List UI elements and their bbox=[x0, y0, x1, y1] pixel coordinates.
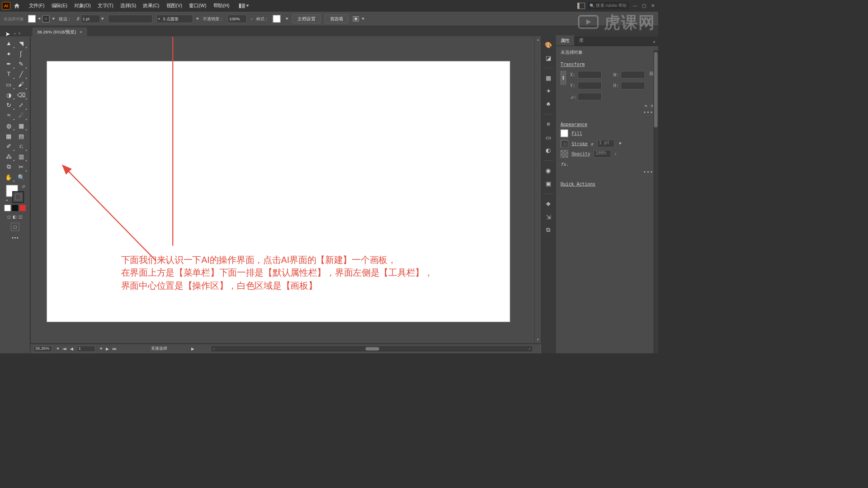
rotate-tool[interactable]: ↻ bbox=[3, 100, 15, 110]
default-fill-stroke-icon[interactable]: ▫▪ bbox=[5, 198, 8, 202]
scroll-up-icon[interactable]: ▴ bbox=[536, 38, 540, 42]
zoom-level[interactable]: 36.26% bbox=[33, 346, 52, 352]
appearance-fill-swatch[interactable] bbox=[561, 130, 568, 137]
screen-mode-button[interactable]: ▢ bbox=[11, 223, 19, 231]
menu-view[interactable]: 视图(V) bbox=[163, 0, 186, 11]
menu-type[interactable]: 文字(T) bbox=[94, 0, 117, 11]
tf-h-input[interactable] bbox=[621, 82, 645, 89]
edit-toolbar-button[interactable] bbox=[12, 237, 18, 239]
appearance-more-icon[interactable]: ••• bbox=[643, 169, 653, 174]
type-tool[interactable]: T bbox=[3, 69, 15, 80]
last-artboard-icon[interactable]: ⏭ bbox=[113, 346, 117, 351]
lasso-tool[interactable]: ʃ bbox=[15, 49, 27, 59]
scroll-down-icon[interactable]: ▾ bbox=[536, 338, 540, 343]
selection-tool[interactable]: ▲ bbox=[3, 38, 15, 49]
magic-wand-tool[interactable]: ✦ bbox=[3, 49, 15, 59]
swatches-panel-icon[interactable]: ▦ bbox=[544, 75, 553, 82]
brush-definition[interactable]: •3 点圆形 bbox=[157, 15, 193, 23]
close-tab-icon[interactable]: × bbox=[80, 29, 82, 34]
transform-more-icon[interactable]: ••• bbox=[643, 110, 653, 115]
document-setup-button[interactable]: 文档设置 bbox=[292, 14, 321, 23]
fill-swatch[interactable] bbox=[28, 15, 36, 23]
free-transform-tool[interactable]: ☄ bbox=[15, 110, 27, 121]
viewport[interactable]: 下面我们来认识一下AI的操作界面，点击AI界面的【新建】一个画板， 在界面上方是… bbox=[30, 36, 541, 343]
arrange-documents-icon[interactable] bbox=[577, 3, 585, 9]
scale-tool[interactable]: ⤢ bbox=[15, 100, 27, 110]
pen-tool[interactable]: ✒ bbox=[3, 59, 15, 69]
search-help[interactable]: 🔍 搜索 Adobe 帮助 bbox=[587, 2, 628, 9]
appearance-stroke-value[interactable]: 1 pt bbox=[597, 140, 614, 147]
shape-builder-tool[interactable]: ◍ bbox=[3, 121, 15, 131]
draw-inside-icon[interactable]: ◫ bbox=[19, 215, 22, 220]
maximize-button[interactable]: ▢ bbox=[641, 3, 647, 8]
appearance-fx-label[interactable]: fx. bbox=[561, 162, 569, 167]
status-play-icon[interactable]: ▶ bbox=[191, 346, 194, 351]
stroke-weight-input[interactable]: 1 pt bbox=[81, 15, 100, 23]
zoom-tool[interactable]: 🔍 bbox=[15, 172, 27, 183]
graphic-styles-panel-icon[interactable]: ▣ bbox=[544, 180, 553, 188]
tab-libraries[interactable]: 库 bbox=[574, 35, 588, 46]
line-tool[interactable]: ╱ bbox=[15, 69, 27, 80]
symbol-sprayer-tool[interactable]: ⁂ bbox=[3, 151, 15, 162]
hand-tool[interactable]: ✋ bbox=[3, 172, 15, 183]
draw-normal-icon[interactable]: ◻ bbox=[7, 215, 11, 220]
paintbrush-tool[interactable]: 🖌 bbox=[15, 80, 27, 90]
dock-collapse-icon[interactable]: « bbox=[14, 32, 16, 36]
draw-behind-icon[interactable]: ◧ bbox=[13, 215, 16, 220]
width-tool[interactable]: ≈ bbox=[3, 110, 15, 121]
first-artboard-icon[interactable]: ⏮ bbox=[63, 346, 67, 351]
panel-collapse-icon[interactable]: » bbox=[650, 38, 658, 45]
appearance-panel-icon[interactable]: ◉ bbox=[544, 167, 553, 174]
vertical-scrollbar[interactable]: ▴ ▾ bbox=[534, 37, 541, 343]
prev-artboard-icon[interactable]: ◀ bbox=[70, 346, 73, 351]
reference-point[interactable] bbox=[561, 71, 566, 84]
opacity-input[interactable]: 100% bbox=[228, 15, 247, 23]
appearance-stroke-swatch[interactable] bbox=[561, 140, 568, 147]
artboards-panel-icon[interactable]: ⧉ bbox=[544, 226, 553, 234]
color-panel-icon[interactable]: 🎨 bbox=[544, 41, 553, 49]
gradient-panel-icon[interactable]: ▭ bbox=[544, 134, 553, 141]
color-mode-swatches[interactable] bbox=[4, 205, 25, 211]
workspace-switcher[interactable] bbox=[239, 3, 249, 8]
eyedropper-tool[interactable]: ✐ bbox=[3, 141, 15, 151]
eraser-tool[interactable]: ⌫ bbox=[15, 90, 27, 100]
blend-tool[interactable]: ⎌ bbox=[15, 141, 27, 151]
fill-stroke-control[interactable]: ↺ ▫▪ bbox=[5, 184, 25, 202]
menu-edit[interactable]: 编辑(E) bbox=[48, 0, 71, 11]
brushes-panel-icon[interactable]: ✶ bbox=[544, 87, 553, 95]
shaper-tool[interactable]: ◑ bbox=[3, 90, 15, 100]
color-guide-panel-icon[interactable]: ◪ bbox=[544, 54, 553, 62]
rectangle-tool[interactable]: ▭ bbox=[3, 80, 15, 90]
appearance-opacity-swatch[interactable] bbox=[561, 150, 568, 158]
home-button[interactable] bbox=[12, 1, 21, 10]
document-tab[interactable]: 36.26% (RGB/预览) × bbox=[32, 28, 87, 37]
appearance-opacity-value[interactable]: 100% bbox=[594, 150, 611, 158]
layers-panel-icon[interactable]: ❖ bbox=[544, 200, 553, 208]
tf-x-input[interactable] bbox=[578, 71, 602, 79]
transparency-panel-icon[interactable]: ◐ bbox=[544, 147, 553, 155]
link-wh-icon[interactable]: ⛓ bbox=[649, 71, 654, 76]
next-artboard-icon[interactable]: ▶ bbox=[106, 346, 109, 351]
stroke-swatch[interactable] bbox=[42, 15, 50, 23]
default-stroke[interactable] bbox=[12, 191, 24, 203]
direct-selection-tool[interactable]: ◥ bbox=[15, 38, 27, 49]
column-graph-tool[interactable]: ▥ bbox=[15, 151, 27, 162]
flip-horizontal-icon[interactable]: ⇋ bbox=[645, 103, 647, 108]
gradient-tool[interactable]: ▤ bbox=[15, 131, 27, 141]
menu-effect[interactable]: 效果(C) bbox=[140, 0, 163, 11]
tf-angle-input[interactable] bbox=[578, 93, 602, 101]
menu-help[interactable]: 帮助(H) bbox=[210, 0, 233, 11]
swap-fill-stroke-icon[interactable]: ↺ bbox=[22, 184, 25, 189]
close-icon[interactable]: × bbox=[19, 32, 21, 36]
artboard-number[interactable]: 1 bbox=[77, 346, 95, 352]
symbols-panel-icon[interactable]: ♣ bbox=[544, 100, 553, 108]
tab-properties[interactable]: 属性 bbox=[556, 35, 574, 46]
stroke-stepper[interactable]: ⇵ bbox=[75, 16, 81, 21]
align-to-button[interactable] bbox=[353, 16, 365, 22]
perspective-grid-tool[interactable]: ▦ bbox=[15, 121, 27, 131]
menu-object[interactable]: 对象(O) bbox=[71, 0, 94, 11]
menu-select[interactable]: 选择(S) bbox=[117, 0, 140, 11]
minimize-button[interactable]: — bbox=[632, 3, 638, 8]
curvature-tool[interactable]: ✎ bbox=[15, 59, 27, 69]
stroke-panel-icon[interactable]: ≡ bbox=[544, 121, 553, 128]
